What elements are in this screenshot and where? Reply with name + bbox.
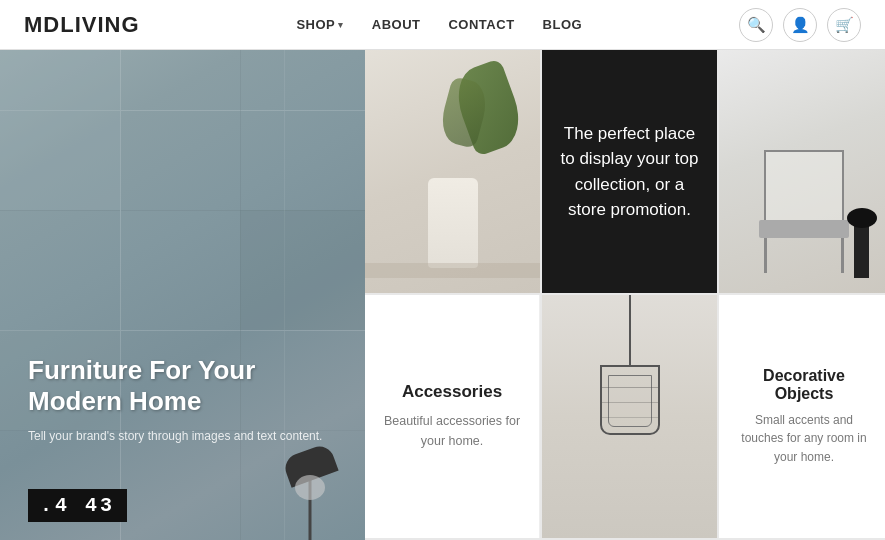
nav-contact[interactable]: CONTACT <box>448 17 514 32</box>
hero-lamp-decoration <box>285 430 335 540</box>
decorative-description: Small accents and touches for any room i… <box>733 411 875 467</box>
vase-shape <box>428 178 478 268</box>
promo-cell: The perfect place to display your top co… <box>542 50 717 293</box>
promo-text: The perfect place to display your top co… <box>560 121 699 223</box>
nav-shop[interactable]: SHOP ▾ <box>296 17 343 32</box>
main-nav: SHOP ▾ ABOUT CONTACT BLOG <box>296 17 582 32</box>
chair-illustration <box>754 150 854 273</box>
decorative-title: Decorative Objects <box>733 367 875 403</box>
grid-right: The perfect place to display your top co… <box>365 50 885 540</box>
shop-arrow-icon: ▾ <box>338 20 344 30</box>
hero-clock: .4 43 <box>28 489 127 522</box>
plant-image-cell <box>365 50 540 293</box>
lamp-cord <box>629 295 631 365</box>
header: MDLIVING SHOP ▾ ABOUT CONTACT BLOG 🔍 👤 🛒 <box>0 0 885 50</box>
accessories-title: Accessories <box>402 382 502 402</box>
nav-blog[interactable]: BLOG <box>543 17 583 32</box>
logo[interactable]: MDLIVING <box>24 12 140 38</box>
accessories-info-cell: Accessories Beautiful accessories for yo… <box>365 295 540 538</box>
chair-image-cell <box>719 50 885 293</box>
search-button[interactable]: 🔍 <box>739 8 773 42</box>
lamp-head <box>847 208 877 228</box>
table-surface <box>365 263 540 278</box>
accessories-description: Beautiful accessories for your home. <box>381 412 523 451</box>
lamp-shade <box>600 365 660 435</box>
decorative-info-cell: Decorative Objects Small accents and tou… <box>719 295 885 538</box>
cart-button[interactable]: 🛒 <box>827 8 861 42</box>
header-icons: 🔍 👤 🛒 <box>739 8 861 42</box>
hero-section: Furniture For Your Modern Home Tell your… <box>0 50 365 540</box>
hero-title: Furniture For Your Modern Home <box>28 355 345 417</box>
pendant-lamp-cell <box>542 295 717 538</box>
main-content: Furniture For Your Modern Home Tell your… <box>0 50 885 540</box>
nav-about[interactable]: ABOUT <box>372 17 421 32</box>
account-button[interactable]: 👤 <box>783 8 817 42</box>
